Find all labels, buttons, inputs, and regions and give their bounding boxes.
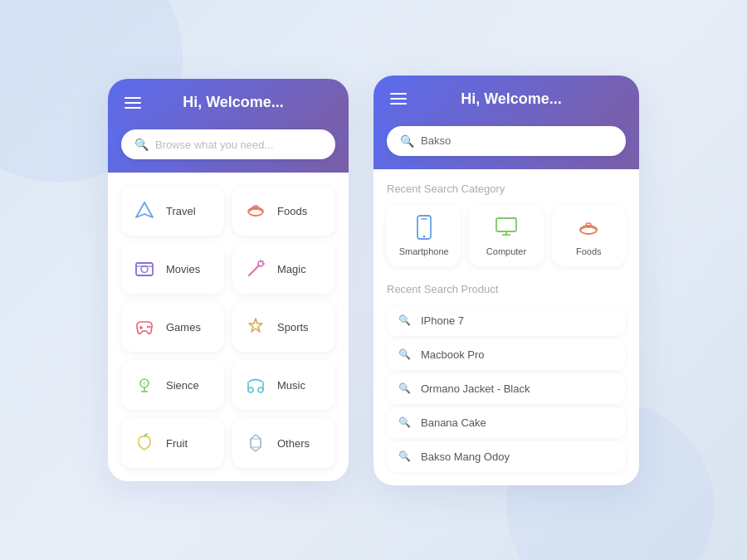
category-item-music[interactable]: Music (232, 360, 335, 410)
product-item-1[interactable]: 🔍 Macbook Pro (387, 339, 626, 370)
svg-rect-3 (136, 263, 153, 275)
svg-rect-28 (496, 218, 516, 231)
category-grid: Travel Foods (121, 186, 335, 468)
smartphone-icon (413, 215, 435, 240)
right-header: Hi, Welcome... (374, 75, 639, 126)
svg-marker-0 (136, 202, 153, 217)
category-item-foods[interactable]: Foods (232, 186, 335, 236)
product-name-1: Macbook Pro (421, 348, 485, 361)
recent-product-title: Recent Search Product (387, 283, 626, 295)
recent-foods-icon (576, 215, 601, 240)
svg-line-6 (249, 265, 259, 275)
svg-line-10 (262, 261, 264, 263)
svg-point-14 (149, 326, 150, 328)
sports-icon (242, 314, 269, 340)
category-item-travel[interactable]: Travel (121, 186, 224, 236)
left-header: Hi, Welcome... (108, 79, 349, 129)
recent-categories: Smartphone Computer (387, 205, 626, 266)
category-item-movies[interactable]: Movies (121, 244, 224, 294)
svg-point-20 (258, 387, 263, 392)
movies-label: Movies (166, 263, 200, 275)
product-name-4: Bakso Mang Odoy (421, 450, 510, 463)
right-search-bar[interactable]: 🔍 (387, 126, 626, 156)
recent-cat-foods[interactable]: Foods (552, 205, 626, 266)
svg-point-27 (422, 235, 425, 237)
category-item-fruit[interactable]: Fruit (121, 418, 224, 468)
product-search-icon-4: 🔍 (398, 450, 411, 462)
others-icon (242, 430, 269, 456)
games-label: Games (166, 321, 201, 334)
recent-cat-computer[interactable]: Computer (469, 205, 543, 266)
product-search-icon-3: 🔍 (398, 416, 411, 428)
category-item-games[interactable]: Games (121, 302, 224, 352)
foods-label: Foods (277, 205, 307, 217)
sience-label: Sience (166, 379, 199, 392)
svg-point-13 (147, 326, 149, 328)
right-header-title: Hi, Welcome... (417, 90, 606, 108)
right-search-icon: 🔍 (400, 134, 414, 148)
hamburger-icon[interactable] (124, 97, 141, 109)
fruit-label: Fruit (166, 437, 188, 450)
product-item-4[interactable]: 🔍 Bakso Mang Odoy (387, 441, 626, 472)
left-header-title: Hi, Welcome... (151, 94, 315, 111)
fruit-icon (131, 430, 158, 456)
sience-icon (131, 372, 158, 398)
others-label: Others (277, 437, 310, 450)
product-item-2[interactable]: 🔍 Ormano Jacket - Black (387, 373, 626, 404)
travel-label: Travel (166, 205, 196, 217)
product-name-3: Banana Cake (421, 416, 486, 429)
right-search-wrapper: 🔍 (374, 126, 639, 169)
product-search-icon-0: 🔍 (398, 314, 411, 326)
recent-products: 🔍 IPhone 7 🔍 Macbook Pro 🔍 Ormano Jacket… (387, 305, 626, 472)
right-card-body: Recent Search Category Smartphone (374, 169, 639, 485)
left-search-bar[interactable]: 🔍 (121, 129, 335, 159)
category-item-sports[interactable]: Sports (232, 302, 335, 352)
product-item-3[interactable]: 🔍 Banana Cake (387, 407, 626, 438)
product-search-icon-2: 🔍 (398, 382, 411, 394)
computer-icon (494, 215, 519, 240)
right-search-input[interactable] (421, 134, 613, 147)
svg-point-18 (143, 382, 146, 385)
category-item-others[interactable]: Others (232, 418, 335, 468)
sports-label: Sports (277, 321, 309, 334)
product-name-2: Ormano Jacket - Black (421, 382, 530, 395)
travel-icon (131, 197, 158, 224)
product-name-0: IPhone 7 (421, 314, 464, 327)
magic-icon (242, 256, 269, 282)
music-label: Music (277, 379, 305, 392)
left-card-body: Travel Foods (108, 173, 349, 481)
foods-icon (242, 197, 269, 224)
category-item-sience[interactable]: Sience (121, 360, 224, 410)
left-card: Hi, Welcome... 🔍 Travel (108, 79, 349, 481)
music-icon (242, 372, 269, 398)
games-icon (131, 314, 158, 340)
smartphone-label: Smartphone (399, 246, 449, 256)
computer-label: Computer (486, 246, 526, 256)
left-search-wrapper: 🔍 (108, 129, 349, 173)
svg-point-4 (141, 266, 148, 273)
recent-foods-label: Foods (576, 246, 602, 256)
right-hamburger-icon[interactable] (390, 93, 407, 105)
recent-category-title: Recent Search Category (387, 183, 626, 195)
left-search-input[interactable] (155, 139, 322, 151)
recent-cat-smartphone[interactable]: Smartphone (387, 205, 461, 266)
magic-label: Magic (277, 263, 306, 275)
category-item-magic[interactable]: Magic (232, 244, 335, 294)
product-item-0[interactable]: 🔍 IPhone 7 (387, 305, 626, 336)
movies-icon (131, 256, 158, 282)
svg-point-19 (248, 387, 253, 392)
search-icon: 🔍 (134, 138, 149, 151)
right-card: Hi, Welcome... 🔍 Recent Search Category … (374, 75, 639, 485)
product-search-icon-1: 🔍 (398, 348, 411, 360)
